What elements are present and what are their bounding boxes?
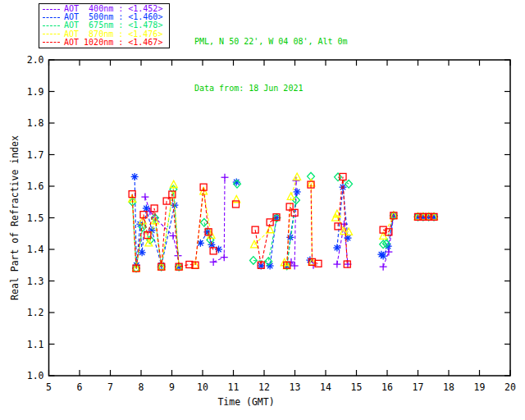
y-tick-label: 1.2 (27, 307, 44, 318)
plot-page: AOT 400nm : <1.452>AOT 500nm : <1.460>AO… (0, 0, 525, 420)
legend-label: AOT 1020nm : <1.467> (64, 39, 162, 47)
series-aot-400nm (141, 174, 437, 271)
legend-line-sample (43, 34, 60, 34)
x-tick-label: 8 (139, 381, 144, 393)
triangle-marker (267, 226, 274, 232)
legend-line-sample (43, 9, 60, 10)
x-tick-label: 11 (228, 381, 240, 393)
square-marker (210, 248, 217, 254)
legend-row: AOT 675nm : <1.478> (43, 21, 169, 30)
legend-line-sample (43, 17, 60, 18)
y-tick-label: 1.9 (27, 86, 44, 98)
series-line (311, 185, 318, 263)
legend-line-sample (43, 25, 60, 26)
x-tick-label: 19 (474, 381, 486, 393)
y-tick-label: 1.5 (27, 212, 44, 224)
legend-label: AOT 675nm : <1.478> (64, 21, 162, 30)
y-tick-label: 1.3 (27, 276, 44, 287)
x-tick-label: 12 (258, 381, 270, 393)
legend-row: AOT 1020nm : <1.467> (43, 39, 169, 47)
x-tick-label: 18 (443, 381, 454, 393)
plot-header: PML, N 50 22', W 04 08', Alt 0m Data fro… (194, 2, 348, 127)
legend-line-sample (43, 42, 60, 43)
x-tick-label: 15 (351, 381, 363, 393)
x-tick-label: 7 (107, 381, 113, 393)
y-tick-label: 1.6 (27, 180, 44, 192)
triangle-marker (294, 173, 301, 180)
header-line-station: PML, N 50 22', W 04 08', Alt 0m (194, 34, 348, 49)
y-tick-label: 1.1 (27, 339, 44, 350)
square-marker (315, 260, 322, 267)
y-tick-label: 1.0 (27, 370, 44, 381)
series-aot-1020nm (129, 173, 437, 272)
x-tick-label: 20 (504, 381, 516, 393)
x-tick-label: 14 (320, 381, 331, 393)
y-axis-label: Real Part of Refractive index (9, 135, 21, 300)
x-tick-label: 5 (46, 381, 52, 393)
x-tick-label: 13 (290, 381, 301, 393)
legend-box: AOT 400nm : <1.452>AOT 500nm : <1.460>AO… (39, 3, 170, 48)
y-tick-label: 2.0 (27, 54, 44, 66)
x-tick-label: 10 (197, 381, 208, 393)
y-tick-label: 1.4 (27, 244, 44, 255)
header-line-date: Data from: 18 Jun 2021 (194, 80, 348, 96)
x-tick-label: 16 (381, 381, 393, 393)
y-tick-label: 1.8 (27, 117, 44, 129)
x-tick-label: 17 (413, 381, 424, 393)
x-axis-label: Time (GMT) (217, 396, 274, 408)
x-tick-label: 6 (77, 381, 83, 393)
y-tick-label: 1.7 (27, 149, 44, 161)
x-tick-label: 9 (169, 381, 175, 393)
